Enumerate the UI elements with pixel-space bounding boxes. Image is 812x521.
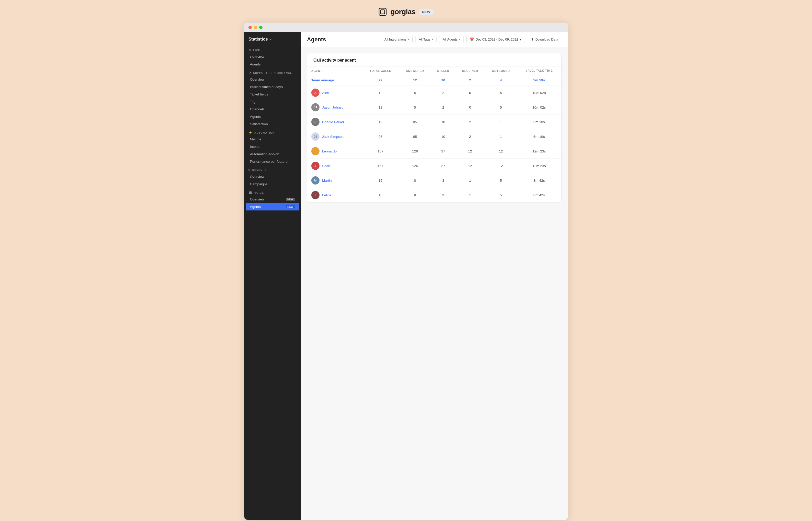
sidebar-item-voice-overview[interactable]: Overview NEW	[246, 196, 299, 203]
agents-filter[interactable]: All Agents ▾	[439, 36, 464, 43]
sidebar-item-sp-busiest[interactable]: Busiest times of days	[246, 83, 299, 91]
support-perf-icon: ↗	[249, 71, 251, 75]
avatar: JS	[311, 132, 320, 141]
avatar: JJ	[311, 103, 320, 111]
sidebar-item-sp-overview[interactable]: Overview	[246, 76, 299, 83]
page-title: Agents	[307, 36, 326, 43]
missed: 10	[431, 129, 455, 144]
sidebar-item-automation-addon[interactable]: Automation add-on	[246, 151, 299, 158]
calendar-icon: 📅	[470, 38, 474, 41]
live-label: LIVE	[253, 49, 260, 52]
total-calls: 16	[362, 173, 399, 188]
sidebar-item-live-agents[interactable]: Agents	[246, 61, 299, 68]
col-agent: AGENT	[307, 66, 362, 75]
sidebar-item-sp-tags[interactable]: Tags	[246, 98, 299, 106]
outbound: 1	[485, 129, 517, 144]
agent-name[interactable]: Martin	[322, 179, 332, 182]
team-avg-answered: 12	[399, 75, 431, 86]
sidebar-title: Statistics	[249, 37, 268, 42]
agent-name[interactable]: Felipe	[322, 193, 331, 197]
voice-overview-badge: NEW	[286, 198, 295, 201]
tags-filter[interactable]: All Tags ▾	[415, 36, 437, 43]
download-data-button[interactable]: ⬇ Download Data	[528, 36, 561, 43]
chevron-down-icon: ▾	[432, 38, 433, 41]
sidebar-item-sp-channels[interactable]: Channels	[246, 106, 299, 113]
agent-name[interactable]: Sean	[322, 164, 330, 168]
agent-cell: CP Charlie Parker	[307, 115, 362, 129]
outbound: 5	[485, 188, 517, 203]
agent-name[interactable]: Leonardo	[322, 150, 337, 153]
sidebar-item-sp-agents[interactable]: Agents	[246, 113, 299, 120]
avg-talk-time: 6m 10s	[517, 115, 561, 129]
declined: 0	[455, 100, 485, 115]
call-activity-table-card: Call activity per agent AGENT TOTAL CALL…	[307, 53, 561, 203]
table-row: CP Charlie Parker 19 85 10 2 1 6m 10s	[307, 115, 561, 129]
table-header-row: AGENT TOTAL CALLS ANSWERED MISSED DECLIN…	[307, 66, 561, 75]
agent-name[interactable]: Jason Johnson	[322, 106, 345, 109]
outbound: 12	[485, 144, 517, 159]
declined: 0	[455, 86, 485, 100]
agent-cell: S Sean	[307, 159, 362, 173]
team-average-row: Team average 22 12 10 2 4 5m 59s	[307, 75, 561, 86]
outbound: 5	[485, 86, 517, 100]
revenue-icon: $	[249, 168, 251, 172]
agents-table: AGENT TOTAL CALLS ANSWERED MISSED DECLIN…	[307, 66, 561, 202]
sidebar-item-sp-satisfaction[interactable]: Satisfaction	[246, 120, 299, 128]
chevron-down-icon: ▾	[520, 38, 521, 41]
header-filters: All Integrations ▾ All Tags ▾ All Agents…	[381, 36, 561, 43]
sidebar-item-sp-ticket-fields[interactable]: Ticket fields	[246, 91, 299, 98]
avatar: L	[311, 147, 320, 155]
table-row: JS Jack Simpson 96 85 10 2 1 6m 10s	[307, 129, 561, 144]
table-row: A Alex 12 5 2 0 5 10m 02s	[307, 86, 561, 100]
sidebar-item-voice-agents[interactable]: Agents NEW	[246, 203, 299, 210]
sidebar-header[interactable]: Statistics ▾	[244, 32, 301, 45]
sidebar-item-macros[interactable]: Macros	[246, 136, 299, 143]
sidebar-item-intents[interactable]: Intents	[246, 143, 299, 151]
info-icon: ℹ	[526, 69, 527, 72]
voice-icon: ☎	[249, 191, 253, 195]
total-calls: 19	[362, 115, 399, 129]
sidebar: Statistics ▾ ⊙ LIVE Overview Agents ↗ SU…	[244, 32, 301, 520]
table-row: S Sean 167 126 37 12 12 12m 23s	[307, 159, 561, 173]
team-avg-declined: 2	[455, 75, 485, 86]
agent-name[interactable]: Jack Simpson	[322, 135, 344, 139]
browser-window: Statistics ▾ ⊙ LIVE Overview Agents ↗ SU…	[244, 23, 568, 520]
agent-cell: L Leonardo	[307, 144, 362, 158]
col-answered: ANSWERED	[399, 66, 431, 75]
agent-cell: M Martin	[307, 173, 362, 188]
avatar: S	[311, 162, 320, 170]
declined: 2	[455, 115, 485, 129]
avatar: F	[311, 191, 320, 199]
sidebar-section-voice: ☎ VOICE	[244, 188, 301, 196]
answered: 8	[399, 188, 431, 203]
sidebar-item-performance-per-feature[interactable]: Performance per feature	[246, 158, 299, 165]
table-row: L Leonardo 167 126 37 12 12 12m 23s	[307, 144, 561, 159]
declined: 1	[455, 188, 485, 203]
answered: 85	[399, 115, 431, 129]
team-avg-missed: 10	[431, 75, 455, 86]
date-range-filter[interactable]: 📅 Dec 03, 2022 - Dec 09, 2022 ▾	[466, 36, 525, 43]
agent-cell: JJ Jason Johnson	[307, 100, 362, 114]
integrations-filter[interactable]: All Integrations ▾	[381, 36, 413, 43]
missed: 10	[431, 115, 455, 129]
agent-name[interactable]: Charlie Parker	[322, 120, 344, 124]
browser-dot-green	[259, 26, 262, 29]
avg-talk-time: 10m 02s	[517, 86, 561, 100]
missed: 37	[431, 159, 455, 173]
logo-text: gorgias	[390, 8, 416, 16]
sidebar-section-live: ⊙ LIVE	[244, 45, 301, 53]
app-layout: Statistics ▾ ⊙ LIVE Overview Agents ↗ SU…	[244, 32, 568, 520]
team-avg-outbound: 4	[485, 75, 517, 86]
sidebar-item-live-overview[interactable]: Overview	[246, 53, 299, 61]
sidebar-item-rev-overview[interactable]: Overview	[246, 173, 299, 180]
answered: 5	[399, 86, 431, 100]
agent-cell: JS Jack Simpson	[307, 129, 362, 144]
chevron-down-icon: ▾	[408, 38, 409, 41]
declined: 2	[455, 129, 485, 144]
sidebar-item-campaigns[interactable]: Campaigns	[246, 180, 299, 188]
total-calls: 167	[362, 159, 399, 173]
agent-name[interactable]: Alex	[322, 91, 329, 95]
app-new-badge: NEW	[419, 9, 434, 15]
avatar: A	[311, 89, 320, 97]
browser-dot-yellow	[254, 26, 257, 29]
